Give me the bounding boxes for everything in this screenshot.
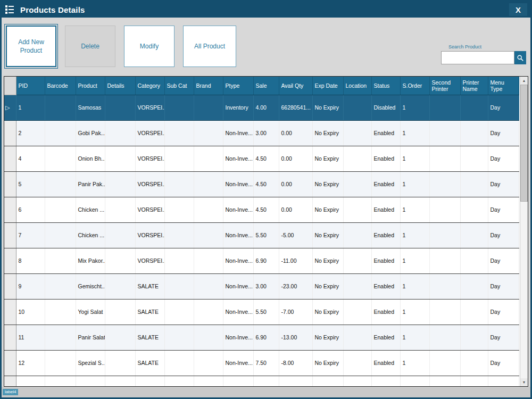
- cell-expdate: No Expiry: [312, 197, 343, 222]
- cell-menutype: Day: [488, 146, 519, 171]
- column-header-secondprinter[interactable]: Second Printer: [429, 77, 460, 95]
- column-header-barcode[interactable]: Barcode: [45, 77, 76, 95]
- scrollbar-track[interactable]: [520, 202, 528, 378]
- column-header-printername[interactable]: Printer Name: [460, 77, 488, 95]
- row-selector[interactable]: [4, 120, 16, 146]
- table-row[interactable]: 2Gobi Pak...VORSPEI...Non-Inve...3.000.0…: [4, 120, 519, 146]
- column-header-expdate[interactable]: Exp Date: [312, 77, 343, 95]
- cell-brand: [194, 171, 223, 197]
- add-new-product-button[interactable]: Add New Product: [6, 26, 56, 67]
- cell-secondprinter: [429, 120, 460, 146]
- search-button[interactable]: [514, 51, 526, 64]
- cell-pid: 2: [16, 120, 45, 146]
- cell-brand: [194, 273, 223, 299]
- column-header-pid[interactable]: PID: [16, 77, 45, 95]
- cell-printername: [460, 222, 488, 248]
- delete-button[interactable]: Delete: [65, 26, 115, 67]
- cell-ptype: Non-Inve...: [223, 273, 253, 299]
- table-row[interactable]: 12Spezial S...SALATENon-Inve...7.50-8.00…: [4, 350, 519, 376]
- cell-product: Spezial S...: [76, 350, 105, 376]
- row-selector[interactable]: ▷: [4, 95, 16, 120]
- column-header-sale[interactable]: Sale: [253, 77, 279, 95]
- cell-status: Enabled: [371, 197, 400, 222]
- column-header-category[interactable]: Category: [135, 77, 164, 95]
- table-row[interactable]: 9Gemischt...SALATENon-Inve...3.00-23.00N…: [4, 273, 519, 299]
- scroll-down-button[interactable]: ▼: [520, 378, 528, 386]
- cell-ptype: Non-Inve...: [223, 171, 253, 197]
- cell-barcode: [45, 248, 76, 273]
- cell-status: Enabled: [371, 146, 400, 171]
- table-row[interactable]: 5Panir Pak...VORSPEI...Non-Inve...4.500.…: [4, 171, 519, 197]
- cell-ptype: Non-Inve...: [223, 299, 253, 325]
- column-header-ptype[interactable]: Ptype: [223, 77, 253, 95]
- column-header-menutype[interactable]: Menu Type: [488, 77, 519, 95]
- cell-sorder: 1: [400, 171, 429, 197]
- cell-brand: [194, 299, 223, 325]
- table-row[interactable]: 7Chicken ...VORSPEI...Non-Inve...5.50-5.…: [4, 222, 519, 248]
- cell-availqty: 0.00: [279, 171, 312, 197]
- cell-brand: [194, 95, 223, 120]
- cell-sale: 3.00: [253, 273, 279, 299]
- column-header-location[interactable]: Location: [343, 77, 371, 95]
- modify-button[interactable]: Modify: [124, 26, 174, 67]
- cell-location: [343, 197, 371, 222]
- cell-brand: [194, 222, 223, 248]
- cell-sale: 4.00: [253, 95, 279, 120]
- cell-location: [343, 120, 371, 146]
- column-header-product[interactable]: Product: [76, 77, 105, 95]
- cell-menutype: Day: [488, 299, 519, 325]
- row-selector[interactable]: [4, 325, 16, 350]
- search-input[interactable]: [441, 51, 514, 64]
- cell-details: [105, 273, 135, 299]
- table-row[interactable]: 11Panir SalatSALATENon-Inve...6.90-13.00…: [4, 325, 519, 350]
- all-product-button[interactable]: All Product: [183, 26, 236, 67]
- row-selector[interactable]: [4, 146, 16, 171]
- search-label: Search Product: [441, 44, 526, 49]
- row-selector[interactable]: [4, 171, 16, 197]
- cell-barcode: [45, 299, 76, 325]
- cell-sorder: 1: [400, 197, 429, 222]
- row-selector[interactable]: [4, 350, 16, 376]
- row-selector[interactable]: [4, 273, 16, 299]
- statusbar: label4: [2, 387, 530, 397]
- scroll-up-button[interactable]: ▲: [520, 77, 528, 85]
- cell-category: VORSPEI...: [135, 248, 164, 273]
- cell-menutype: Day: [488, 325, 519, 350]
- row-selector[interactable]: [4, 299, 16, 325]
- column-header-brand[interactable]: Brand: [194, 77, 223, 95]
- cell-category: SALATE: [135, 350, 164, 376]
- column-header-availqty[interactable]: Avail Qty: [279, 77, 312, 95]
- cell-product: Chicken ...: [76, 222, 105, 248]
- cell-expdate: No Expiry: [312, 273, 343, 299]
- row-selector[interactable]: [4, 197, 16, 222]
- cell-status: Disabled: [371, 95, 400, 120]
- table-row[interactable]: 10Yogi SalatSALATENon-Inve...5.50-7.00No…: [4, 299, 519, 325]
- cell-menutype: Day: [488, 120, 519, 146]
- vertical-scrollbar[interactable]: ▲ ▼: [520, 77, 528, 386]
- cell-details: [105, 248, 135, 273]
- table-row[interactable]: 6Chicken ...VORSPEI...Non-Inve...4.500.0…: [4, 197, 519, 222]
- column-header-sorder[interactable]: S.Order: [400, 77, 429, 95]
- cell-expdate: No Expiry: [312, 171, 343, 197]
- close-button[interactable]: X: [509, 3, 527, 16]
- table-row[interactable]: 8Mix Pakor...VORSPEI...Non-Inve...6.90-1…: [4, 248, 519, 273]
- cell-secondprinter: [429, 146, 460, 171]
- column-header-details[interactable]: Details: [105, 77, 135, 95]
- grid-corner-cell[interactable]: [4, 77, 16, 95]
- cell-sorder: 1: [400, 95, 429, 120]
- table-row[interactable]: ▷1SamosasVORSPEI...Inventory4.0066280541…: [4, 95, 519, 120]
- scrollbar-thumb[interactable]: [520, 85, 528, 202]
- cell-sale: 7.50: [253, 350, 279, 376]
- cell-secondprinter: [429, 95, 460, 120]
- row-selector[interactable]: [4, 248, 16, 273]
- cell-printername: [460, 248, 488, 273]
- column-header-status[interactable]: Status: [371, 77, 400, 95]
- cell-expdate: No Expiry: [312, 248, 343, 273]
- cell-barcode: [45, 120, 76, 146]
- cell-status: Enabled: [371, 248, 400, 273]
- row-selector[interactable]: [4, 222, 16, 248]
- column-header-subcat[interactable]: Sub Cat: [164, 77, 194, 95]
- table-row[interactable]: 4Onion Bh...VORSPEI...Non-Inve...4.500.0…: [4, 146, 519, 171]
- cell-brand: [194, 248, 223, 273]
- search-icon: [517, 54, 524, 62]
